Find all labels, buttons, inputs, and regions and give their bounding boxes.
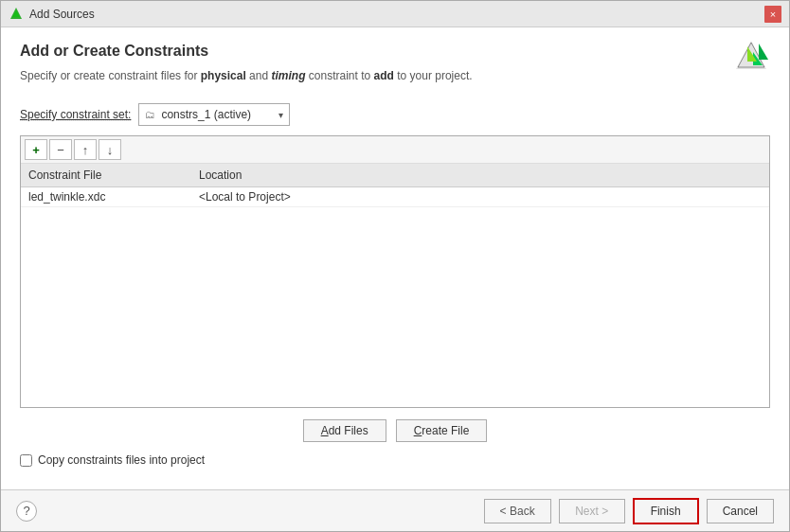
move-up-button[interactable]: ↑ [74,139,97,160]
footer-right: < Back Next > Finish Cancel [484,498,774,524]
subtitle-physical: physical [201,69,246,82]
constraint-set-dropdown[interactable]: 🗂 constrs_1 (active) ▾ [138,103,290,126]
finish-button[interactable]: Finish [633,498,699,524]
add-icon: + [32,143,40,157]
close-button[interactable]: × [764,6,781,23]
title-bar: Add Sources × [1,1,789,27]
col-header-location: Location [191,167,769,184]
arrow-down-icon: ↓ [107,143,114,157]
dialog-footer: ? < Back Next > Finish Cancel [1,489,789,531]
next-button[interactable]: Next > [559,499,625,523]
dropdown-selected: constrs_1 (active) [161,108,273,121]
back-button[interactable]: < Back [484,499,551,523]
dialog-title: Add Sources [29,8,95,21]
create-file-button[interactable]: Create File [396,419,488,442]
subtitle-add: add [374,69,394,82]
table-body: led_twinkle.xdc <Local to Project> [21,187,769,407]
file-panel: + − ↑ ↓ Constraint File Location [20,135,770,408]
add-files-label: dd Files [329,424,368,437]
remove-file-button[interactable]: − [49,139,72,160]
constraint-set-row: Specify constraint set: 🗂 constrs_1 (act… [20,103,770,126]
remove-icon: − [57,143,64,157]
dialog-content: Add or Create Constraints Specify or cre… [1,27,789,489]
footer-left: ? [16,501,37,522]
table-row[interactable]: led_twinkle.xdc <Local to Project> [21,187,769,207]
cell-location: <Local to Project> [191,187,769,206]
subtitle-mid: and [246,69,272,82]
cancel-button[interactable]: Cancel [707,499,774,523]
file-toolbar: + − ↑ ↓ [21,136,769,164]
svg-marker-4 [759,44,768,60]
copy-constraints-label[interactable]: Copy constraints files into project [38,453,205,467]
logo-area [732,39,770,80]
subtitle-timing: timing [271,69,305,82]
subtitle-end: to your project. [394,69,473,82]
copy-constraints-row: Copy constraints files into project [20,453,770,467]
add-file-button[interactable]: + [25,139,47,160]
app-icon [9,7,24,22]
add-files-underline: A [321,424,329,437]
add-sources-dialog: Add Sources × Add or Create Constraints … [0,0,790,532]
constraint-set-label: Specify constraint set: [20,108,131,121]
create-file-label: reate File [422,424,469,437]
action-buttons-row: Add Files Create File [20,419,770,442]
title-bar-left: Add Sources [9,7,95,22]
page-title: Add or Create Constraints [20,43,770,60]
page-subtitle: Specify or create constraint files for p… [20,67,770,84]
chevron-down-icon: ▾ [278,110,283,120]
col-header-constraint-file: Constraint File [21,167,191,184]
add-files-button[interactable]: Add Files [303,419,386,442]
constraint-set-label-text: pecify constraint set: [27,108,131,121]
subtitle-pre: Specify or create constraint files for [20,69,201,82]
folder-icon: 🗂 [145,109,155,120]
vivado-logo [732,39,770,77]
help-button[interactable]: ? [16,501,37,522]
table-header: Constraint File Location [21,164,769,187]
subtitle-post: constraint to [305,69,373,82]
move-down-button[interactable]: ↓ [99,139,121,160]
copy-constraints-checkbox[interactable] [20,454,32,467]
cell-constraint-file: led_twinkle.xdc [21,187,191,206]
arrow-up-icon: ↑ [82,143,89,157]
